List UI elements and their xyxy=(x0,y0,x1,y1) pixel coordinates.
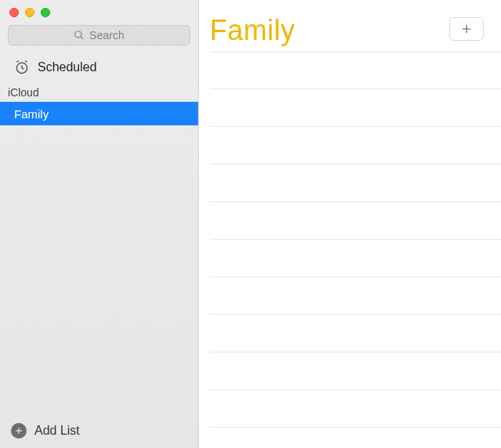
list-title[interactable]: Family xyxy=(210,14,449,47)
reminder-row[interactable] xyxy=(210,202,501,240)
add-list-label: Add List xyxy=(34,424,80,438)
close-window-button[interactable] xyxy=(9,8,19,17)
reminder-row[interactable] xyxy=(210,52,501,89)
smart-list-label: Scheduled xyxy=(38,60,97,74)
reminder-row[interactable] xyxy=(210,352,501,390)
smart-list-scheduled[interactable]: Scheduled xyxy=(0,53,198,83)
reminder-row[interactable] xyxy=(210,390,501,428)
window-controls xyxy=(0,0,198,20)
reminder-rows[interactable] xyxy=(199,52,501,448)
alarm-clock-icon xyxy=(14,60,30,75)
add-list-button[interactable]: Add List xyxy=(0,414,198,448)
zoom-window-button[interactable] xyxy=(41,8,50,17)
search-placeholder: Search xyxy=(89,29,124,42)
sidebar: Search Scheduled iCloud Family Add List xyxy=(0,0,199,448)
plus-icon xyxy=(460,23,473,35)
reminder-row[interactable] xyxy=(210,277,501,315)
search-icon xyxy=(74,30,85,41)
reminder-row[interactable] xyxy=(210,240,501,277)
search-input[interactable]: Search xyxy=(8,25,190,45)
main-header: Family xyxy=(199,0,501,52)
section-header-icloud: iCloud xyxy=(0,83,198,102)
reminder-row[interactable] xyxy=(210,164,501,202)
add-reminder-button[interactable] xyxy=(449,17,484,41)
reminder-row[interactable] xyxy=(210,127,501,164)
search-wrap: Search xyxy=(0,20,198,53)
app-window: Search Scheduled iCloud Family Add List xyxy=(0,0,501,448)
plus-circle-icon xyxy=(11,423,27,439)
main-pane: Family xyxy=(199,0,501,448)
sidebar-spacer xyxy=(0,125,198,414)
reminder-row[interactable] xyxy=(210,315,501,352)
sidebar-list-label: Family xyxy=(14,107,49,121)
reminder-row[interactable] xyxy=(210,89,501,127)
sidebar-list-family[interactable]: Family xyxy=(0,102,198,125)
minimize-window-button[interactable] xyxy=(25,8,34,17)
